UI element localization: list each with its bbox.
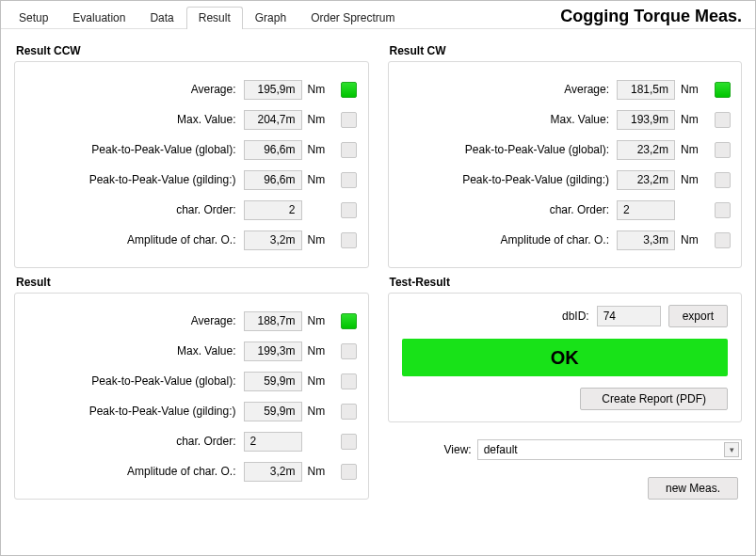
panel-cw: Result CW Average: 181,5m Nm Max. Value:… [388,44,743,268]
label-char-order: char. Order: [21,435,238,448]
cw-max-value: 193,9m [617,110,675,130]
label-char-order: char. Order: [394,203,612,216]
unit: Nm [681,113,707,126]
cw-p2p-global-value: 23,2m [617,140,675,160]
app-window: Setup Evaluation Data Result Graph Order… [0,0,756,556]
res-p2p-gilding-value: 59,9m [244,402,302,421]
topbar: Setup Evaluation Data Result Graph Order… [1,1,755,29]
unit: Nm [308,405,334,418]
res-average-led [341,313,357,329]
label-p2p-global: Peak-to-Peak-Value (global): [21,143,238,156]
ccw-amp-char-led [341,232,357,248]
label-amp-char: Amplitude of char. O.: [21,465,238,478]
ccw-average-value: 195,9m [244,80,302,100]
res-char-order-led [341,434,357,450]
cw-amp-char-value: 3,3m [617,230,675,250]
ccw-max-value: 204,7m [244,110,302,130]
res-max-value: 199,3m [244,342,302,361]
label-p2p-gilding: Peak-to-Peak-Value (gilding:) [394,173,612,186]
cw-average-value: 181,5m [617,80,675,100]
unit: Nm [308,344,334,357]
panel-result-title: Result [16,276,369,289]
res-amp-char-led [341,464,357,480]
cw-p2p-gilding-value: 23,2m [617,170,675,190]
tab-data[interactable]: Data [137,7,185,29]
tab-order-spectrum[interactable]: Order Sprectrum [298,7,407,29]
res-average-value: 188,7m [244,311,302,331]
unit: Nm [308,173,334,186]
res-amp-char-value: 3,2m [244,462,302,482]
res-max-led [341,343,357,359]
cw-amp-char-led [715,232,731,248]
tab-graph[interactable]: Graph [243,7,298,29]
label-average: Average: [394,83,612,96]
label-p2p-gilding: Peak-to-Peak-Value (gilding:) [21,173,238,186]
res-p2p-global-led [341,373,357,389]
cw-average-led [715,82,731,98]
view-select-value: default [484,443,518,456]
view-select[interactable]: default ▾ [477,439,742,460]
ccw-average-led [341,82,357,98]
tab-evaluation[interactable]: Evaluation [60,7,137,29]
unit: Nm [681,83,707,96]
label-p2p-gilding: Peak-to-Peak-Value (gilding:) [21,405,238,418]
cw-p2p-global-led [715,142,731,158]
label-amp-char: Amplitude of char. O.: [394,233,612,246]
content: Result CCW Average: 195,9m Nm Max. Value… [1,29,755,509]
dbid-label: dbID: [562,310,589,323]
chevron-down-icon: ▾ [724,442,739,457]
label-p2p-global: Peak-to-Peak-Value (global): [21,374,238,388]
panel-result: Result Average: 188,7m Nm Max. Value: 19… [14,276,369,500]
ccw-amp-char-value: 3,2m [244,230,302,250]
dbid-value: 74 [597,306,661,326]
new-meas-button[interactable]: new Meas. [648,477,738,500]
export-button[interactable]: export [668,305,728,327]
label-max: Max. Value: [21,344,238,357]
view-label: View: [388,443,472,456]
tabstrip: Setup Evaluation Data Result Graph Order… [7,6,560,28]
tab-setup[interactable]: Setup [7,7,60,29]
unit: Nm [308,233,334,246]
cw-char-order-led [715,202,731,218]
page-title: Cogging Torque Meas. [560,7,755,28]
res-p2p-global-value: 59,9m [244,372,302,391]
res-p2p-gilding-led [341,404,357,420]
cw-char-order-value: 2 [617,200,675,220]
ccw-max-led [341,112,357,128]
ccw-char-order-led [341,202,357,218]
res-char-order-value: 2 [244,432,302,452]
panel-ccw-title: Result CCW [16,44,369,57]
label-average: Average: [21,314,238,327]
cw-max-led [715,112,731,128]
label-max: Max. Value: [21,113,238,126]
unit: Nm [308,374,334,388]
panel-test-result: Test-Result dbID: 74 export OK Create Re… [388,276,743,500]
ccw-p2p-global-led [341,142,357,158]
label-average: Average: [21,83,238,96]
unit: Nm [308,143,334,156]
unit: Nm [681,143,707,156]
ok-status: OK [402,339,729,376]
unit: Nm [681,173,707,186]
panel-test-title: Test-Result [390,276,743,289]
unit: Nm [308,83,334,96]
unit: Nm [308,314,334,327]
ccw-p2p-gilding-led [341,172,357,188]
unit: Nm [308,465,334,478]
label-p2p-global: Peak-to-Peak-Value (global): [394,143,612,156]
unit: Nm [681,233,707,246]
unit: Nm [308,113,334,126]
create-report-button[interactable]: Create Report (PDF) [580,388,728,410]
ccw-char-order-value: 2 [244,200,302,220]
tab-result[interactable]: Result [186,7,243,29]
panel-cw-title: Result CW [390,44,743,57]
cw-p2p-gilding-led [715,172,731,188]
label-amp-char: Amplitude of char. O.: [21,233,238,246]
ccw-p2p-global-value: 96,6m [244,140,302,160]
label-max: Max. Value: [394,113,612,126]
panel-ccw: Result CCW Average: 195,9m Nm Max. Value… [14,44,369,268]
label-char-order: char. Order: [21,203,238,216]
ccw-p2p-gilding-value: 96,6m [244,170,302,190]
